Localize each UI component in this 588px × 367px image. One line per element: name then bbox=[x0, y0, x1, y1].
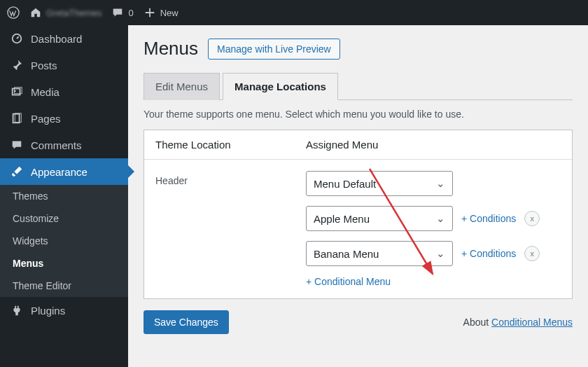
select-value: Banana Menu bbox=[314, 248, 379, 260]
brush-icon bbox=[10, 165, 24, 179]
admin-bar: GretaThemes 0 New bbox=[0, 0, 588, 25]
conditions-link[interactable]: + Conditions bbox=[461, 248, 516, 259]
about-link[interactable]: Conditional Menus bbox=[491, 317, 573, 328]
menu-row-apple: Apple Menu ⌄ + Conditions x bbox=[306, 206, 561, 231]
appearance-submenu: Themes Customize Widgets Menus Theme Edi… bbox=[0, 185, 128, 297]
tabs: Edit Menus Manage Locations bbox=[144, 72, 573, 100]
menu-row-default: Menu Default ⌄ bbox=[306, 171, 561, 196]
add-conditional-link[interactable]: + Conditional Menu bbox=[306, 276, 391, 287]
menu-row-banana: Banana Menu ⌄ + Conditions x bbox=[306, 241, 561, 266]
new-label: New bbox=[160, 8, 178, 18]
comment-icon bbox=[10, 138, 24, 152]
admin-sidebar: Dashboard Posts Media Pages Comments App… bbox=[0, 25, 128, 367]
col-head-assigned: Assigned Menu bbox=[306, 139, 561, 151]
select-value: Apple Menu bbox=[314, 213, 370, 225]
tab-edit-menus[interactable]: Edit Menus bbox=[144, 73, 220, 100]
plus-icon bbox=[144, 6, 156, 19]
menu-select-apple[interactable]: Apple Menu ⌄ bbox=[306, 206, 453, 231]
media-icon bbox=[10, 85, 24, 99]
sidebar-item-posts[interactable]: Posts bbox=[0, 52, 128, 78]
sidebar-item-pages[interactable]: Pages bbox=[0, 105, 128, 132]
comments-count: 0 bbox=[128, 8, 133, 18]
dashboard-icon bbox=[10, 32, 24, 46]
submenu-themes[interactable]: Themes bbox=[0, 185, 128, 207]
remove-button[interactable]: x bbox=[524, 246, 540, 261]
submenu-menus[interactable]: Menus bbox=[0, 252, 128, 275]
menu-select-banana[interactable]: Banana Menu ⌄ bbox=[306, 241, 453, 266]
page-title-row: Menus Manage with Live Preview bbox=[144, 38, 573, 60]
sidebar-item-comments[interactable]: Comments bbox=[0, 132, 128, 158]
add-conditional-row: + Conditional Menu bbox=[306, 276, 561, 287]
sidebar-item-plugins[interactable]: Plugins bbox=[0, 297, 128, 324]
submenu-theme-editor[interactable]: Theme Editor bbox=[0, 275, 128, 297]
locations-panel: Theme Location Assigned Menu Header Menu… bbox=[144, 130, 573, 299]
location-header: Header bbox=[155, 171, 306, 287]
remove-button[interactable]: x bbox=[524, 211, 540, 226]
sidebar-item-appearance[interactable]: Appearance bbox=[0, 158, 128, 185]
tab-manage-locations[interactable]: Manage Locations bbox=[223, 73, 338, 100]
content-area: Menus Manage with Live Preview Edit Menu… bbox=[128, 25, 588, 367]
panel-header: Theme Location Assigned Menu bbox=[144, 130, 572, 160]
submenu-customize[interactable]: Customize bbox=[0, 207, 128, 230]
page-icon bbox=[10, 111, 24, 125]
pin-icon bbox=[10, 58, 24, 72]
chevron-down-icon: ⌄ bbox=[436, 177, 445, 190]
chevron-down-icon: ⌄ bbox=[436, 247, 445, 260]
helper-text: Your theme supports one menu. Select whi… bbox=[144, 109, 573, 120]
svg-rect-5 bbox=[13, 114, 20, 123]
comment-icon bbox=[111, 6, 124, 19]
page-title: Menus bbox=[144, 38, 198, 60]
sidebar-item-label: Plugins bbox=[31, 305, 65, 317]
svg-rect-6 bbox=[15, 113, 21, 123]
chevron-down-icon: ⌄ bbox=[436, 212, 445, 225]
live-preview-button[interactable]: Manage with Live Preview bbox=[208, 39, 340, 60]
comments-link[interactable]: 0 bbox=[111, 6, 133, 19]
conditions-link[interactable]: + Conditions bbox=[461, 213, 516, 224]
menu-select-default[interactable]: Menu Default ⌄ bbox=[306, 171, 453, 196]
about-text: About Conditional Menus bbox=[463, 317, 573, 328]
submenu-widgets[interactable]: Widgets bbox=[0, 230, 128, 252]
wp-logo[interactable] bbox=[7, 6, 20, 19]
select-value: Menu Default bbox=[314, 178, 376, 190]
wordpress-icon bbox=[7, 6, 20, 19]
site-link[interactable]: GretaThemes bbox=[29, 6, 102, 19]
sidebar-item-label: Media bbox=[31, 86, 59, 98]
sidebar-item-label: Dashboard bbox=[31, 33, 82, 45]
site-name: GretaThemes bbox=[46, 8, 102, 18]
sidebar-item-label: Posts bbox=[31, 60, 57, 71]
sidebar-item-label: Comments bbox=[31, 139, 82, 151]
footer-row: Save Changes About Conditional Menus bbox=[144, 310, 573, 334]
save-button[interactable]: Save Changes bbox=[144, 310, 229, 334]
sidebar-item-label: Appearance bbox=[31, 166, 88, 178]
new-link[interactable]: New bbox=[144, 6, 178, 19]
sidebar-item-dashboard[interactable]: Dashboard bbox=[0, 25, 128, 52]
sidebar-item-media[interactable]: Media bbox=[0, 78, 128, 105]
col-head-location: Theme Location bbox=[155, 139, 306, 151]
sidebar-item-label: Pages bbox=[31, 113, 61, 125]
home-icon bbox=[29, 6, 42, 19]
plugin-icon bbox=[10, 303, 24, 317]
